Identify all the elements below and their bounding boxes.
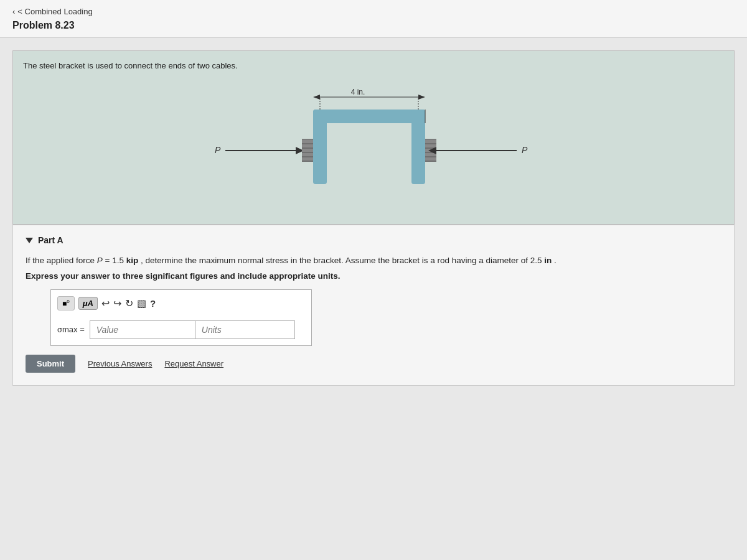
sigma-label: σmax = [57,325,85,334]
input-row: σmax = [57,320,305,339]
back-link-label: < Combined Loading [17,7,92,16]
refresh-button[interactable]: ↻ [125,297,133,309]
toolbar: ■0 μΑ ↩ ↪ ↻ ▧ ? [57,296,305,314]
svg-marker-14 [418,95,425,100]
problem-image-container: The steel bracket is used to connect the… [12,50,735,225]
doc-button[interactable]: ▧ [137,297,146,309]
bracket-diagram: P [26,85,721,209]
undo-button[interactable]: ↩ [101,297,110,309]
previous-answers-link[interactable]: Previous Answers [88,359,152,368]
top-bar: ‹ < Combined Loading Problem 8.23 [0,0,747,38]
problem-title: Problem 8.23 [12,20,735,31]
right-p-label: P [522,145,528,155]
bottom-bar: Submit Previous Answers Request Answer [26,355,721,373]
mu-button[interactable]: μΑ [78,297,98,310]
left-p-label: P [215,145,221,155]
help-button[interactable]: ? [150,298,156,309]
question-text: If the applied force P = 1.5 kip , deter… [26,254,721,268]
back-link[interactable]: ‹ < Combined Loading [12,7,93,16]
question-content: If the applied force P = 1.5 kip , deter… [26,256,557,265]
part-a-section: Part A If the applied force P = 1.5 kip … [12,225,735,386]
collapse-icon[interactable] [26,238,33,243]
bracket-svg: P [181,85,566,209]
format-button[interactable]: ■0 [57,296,75,310]
problem-description: The steel bracket is used to connect the… [23,61,238,70]
units-input[interactable] [195,320,295,339]
request-answer-link[interactable]: Request Answer [164,359,223,368]
value-input[interactable] [90,320,195,339]
svg-rect-10 [313,110,425,123]
part-a-label: Part A [38,235,63,245]
instruction-text: Express your answer to three significant… [26,271,721,281]
main-content: The steel bracket is used to connect the… [0,50,747,398]
back-arrow-icon: ‹ [12,7,15,16]
svg-rect-11 [411,110,425,184]
mu-icon: μΑ [83,299,93,308]
dimension-label: 4 in. [351,88,365,96]
svg-rect-2 [302,139,313,162]
redo-button[interactable]: ↪ [113,297,121,309]
answer-box: ■0 μΑ ↩ ↪ ↻ ▧ ? σmax = [50,289,312,346]
part-a-header: Part A [26,235,721,245]
submit-button[interactable]: Submit [26,355,75,373]
format-icon: ■0 [62,299,70,308]
svg-marker-13 [313,95,320,100]
